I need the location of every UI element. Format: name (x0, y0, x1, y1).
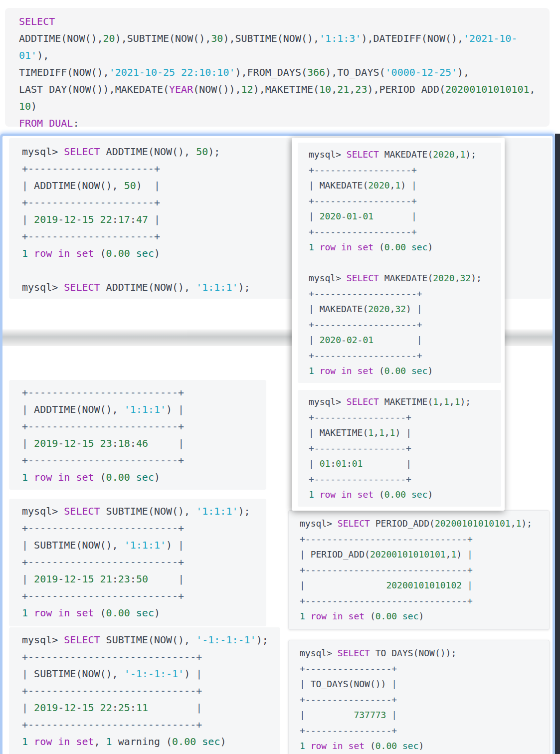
result-box-subtime: mysql> SELECT SUBTIME(NOW(), '1:1:1');+-… (9, 499, 266, 626)
dark-page-edge (555, 134, 560, 754)
result-box-subtime-negative: mysql> SELECT SUBTIME(NOW(), '-1:-1:-1')… (9, 627, 280, 754)
sql-editor-block: SELECTADDTIME(NOW(),20),SUBTIME(NOW(),30… (5, 8, 550, 127)
result-box-makedate: mysql> SELECT MAKEDATE(2020,1);+--------… (298, 143, 501, 383)
result-box-period-add: mysql> SELECT PERIOD_ADD(20200101010101,… (288, 510, 550, 630)
result-box-to-days: mysql> SELECT TO_DAYS(NOW());+----------… (288, 640, 550, 754)
result-box-maketime: mysql> SELECT MAKETIME(1,1,1);+---------… (298, 390, 501, 507)
overlay-result-panel: mysql> SELECT MAKEDATE(2020,1);+--------… (292, 138, 505, 511)
result-box-addtime-string: +-------------------------+| ADDTIME(NOW… (9, 380, 266, 490)
